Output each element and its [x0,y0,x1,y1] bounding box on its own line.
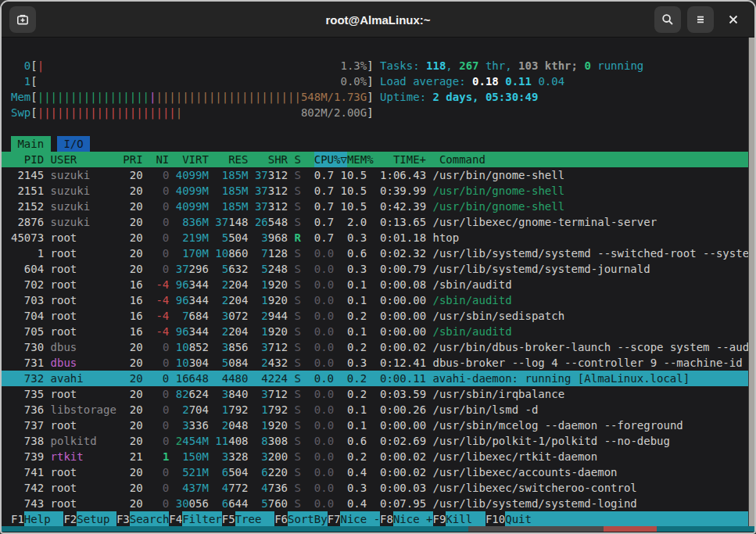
process-row-731[interactable]: 731 dbus 20 0 10304 5084 2432 S 0.0 0.3 … [2,355,754,371]
search-button[interactable] [654,6,681,33]
process-row-702[interactable]: 702 root 16 -4 96344 2204 1920 S 0.0 0.1… [2,277,754,292]
key-f4[interactable]: F4 [169,511,182,526]
process-row-735[interactable]: 735 root 20 0 82624 3840 3712 S 0.0 0.2 … [2,386,754,402]
text-segment [169,402,175,418]
key-f7[interactable]: F7 [328,511,341,526]
process-row-1[interactable]: 1 root 20 0 170M 10860 7128 S 0.0 0.6 0:… [2,245,754,261]
text-segment: 792 [228,402,255,418]
text-segment: Uptime: [380,89,432,105]
process-row-703[interactable]: 703 root 16 -4 96344 2204 1920 S 0.0 0.1… [2,292,754,308]
text-segment: 128 [268,245,295,261]
fn-quit[interactable]: Quit [505,511,748,526]
text-segment: 1.3% [340,58,367,73]
text-segment: 328 [228,449,255,464]
key-f3[interactable]: F3 [116,511,130,526]
text-segment: 3 [255,449,268,464]
process-row-604[interactable]: 604 root 20 0 37296 5632 5248 S 0.0 0.3 … [2,261,754,277]
process-row-741[interactable]: 741 root 20 0 521M 6504 6220 S 0.0 0.4 0… [2,464,754,480]
text-segment: 0.2 0:00.02 /usr/libexec/rtkit-daemon [334,449,597,464]
fn-nice-minus[interactable]: Nice - [340,511,380,526]
process-row-736[interactable]: 736 libstorage 20 0 2704 1792 1792 S 0.0… [2,402,754,418]
text-segment: 0.2 0:03.59 /usr/sbin/irqbalance [334,386,564,402]
fn-tree[interactable]: Tree [235,511,275,526]
process-row-45073[interactable]: 45073 root 20 0 219M 5504 3968 R 0.7 0.3… [2,230,754,245]
fn-nice-plus[interactable]: Nice + [393,511,433,526]
text-segment: 344 [189,277,216,292]
fn-search[interactable]: Search [130,511,170,526]
key-f2[interactable]: F2 [63,511,77,526]
terminal-screen[interactable]: 0[| 1.3%] Tasks: 118, 267 thr, 103 kthr;… [2,38,754,526]
text-segment: R [294,230,300,245]
process-row-730[interactable]: 730 dbus 20 0 10852 3856 3712 S 0.0 0.2 … [2,339,754,355]
text-segment: 37 [255,199,268,214]
text-segment [169,261,175,277]
text-segment: /usr/bin/gnome-shell [433,183,565,199]
text-segment: 0.7 10.5 0:39.99 [301,183,433,199]
tab-io[interactable]: I/O [57,136,90,152]
text-segment: 0.1 0:00.08 /sbin/auditd [334,277,512,292]
text-segment: 0.7 0.3 0:01.18 htop [301,230,459,245]
key-f5[interactable]: F5 [222,511,235,526]
process-row-742[interactable]: 742 root 20 0 437M 4772 4736 S 0.0 0.3 0… [2,480,754,496]
text-segment: 0.0% [340,73,367,89]
text-segment: 0 [11,58,30,73]
text-segment: 0 [149,433,169,449]
table-header-row[interactable]: PID USER PRI NI VIRT RES SHR S CPU%▽MEM%… [2,152,754,167]
text-segment: 3 [176,418,189,433]
fn-setup[interactable]: Setup [77,511,116,526]
column-header-cpu[interactable]: CPU%▽ [314,152,347,167]
text-segment: 3 [215,386,228,402]
text-segment: thr, [479,58,519,73]
key-f1[interactable]: F1 [11,511,24,526]
fn-sortby[interactable]: SortBy [288,511,328,526]
text-segment: 312 [268,183,295,199]
fn-filter[interactable]: Filter [182,511,222,526]
process-row-739[interactable]: 739 rtkit 21 1 150M 3328 3200 S 0.0 0.2 … [2,449,754,464]
fn-kill[interactable]: Kill [446,511,485,526]
process-row-2145[interactable]: 2145 suzuki 20 0 4099M 185M 37312 S 0.7 … [2,167,754,183]
text-segment: 632 [228,261,255,277]
text-segment: 684 [189,308,216,324]
text-segment: 1 [149,449,169,464]
text-segment: 5 [215,230,228,245]
scrollbar[interactable] [748,38,754,526]
swap-meter: Swp[|||||||||||||||||||||| 802M/2.00G] [2,105,754,120]
key-f10[interactable]: F10 [485,511,505,526]
text-segment: 37 [255,183,268,199]
tab-main[interactable]: Main [11,136,51,152]
process-row-743[interactable]: 743 root 20 0 30056 6644 5760 S 0.0 0.4 … [2,496,754,511]
text-segment: 548M/1.73G [301,89,367,105]
key-f8[interactable]: F8 [380,511,393,526]
process-row-732-selected[interactable]: 732 avahi 20 0 16648 4480 4224 S 0.0 0.2… [2,371,754,386]
text-segment: 2 [255,355,268,371]
process-row-737[interactable]: 737 root 20 0 3336 2048 1920 S 0.0 0.1 0… [2,418,754,433]
text-segment: |||||||||||||||||||||| [156,89,300,105]
new-tab-icon [15,12,30,27]
text-segment: 0 [149,355,169,371]
text-segment: 8 [255,433,268,449]
text-segment [51,136,57,152]
text-segment: 219M [176,230,216,245]
text-segment: 0 [149,496,169,511]
window-bottom-strip [2,526,754,532]
close-button[interactable] [720,6,747,33]
process-row-705[interactable]: 705 root 16 -4 96344 2204 1920 S 0.0 0.1… [2,324,754,339]
text-segment: S 0.0 [294,292,334,308]
process-row-738[interactable]: 738 polkitd 20 0 2454M 11408 8308 S 0.0 … [2,433,754,449]
text-segment [182,105,301,120]
new-tab-button[interactable] [9,6,36,33]
process-row-2876[interactable]: 2876 suzuki 20 0 836M 37148 26548 S 0.7 … [2,214,754,230]
fn-help[interactable]: Help [24,511,64,526]
text-segment: 0 [149,214,169,230]
key-f9[interactable]: F9 [433,511,446,526]
process-row-2152[interactable]: 2152 suzuki 20 0 4099M 185M 37312 S 0.7 … [2,199,754,214]
text-segment: 6 [215,496,228,511]
text-segment: 220 [268,464,295,480]
text-segment: 736 [11,402,51,418]
key-f6[interactable]: F6 [274,511,288,526]
text-segment: 185M [215,167,255,183]
process-row-704[interactable]: 704 root 16 -4 7684 3072 2944 S 0.0 0.2 … [2,308,754,324]
process-row-2151[interactable]: 2151 suzuki 20 0 4099M 185M 37312 S 0.7 … [2,183,754,199]
menu-button[interactable] [687,6,714,33]
text-segment: 3 [255,230,268,245]
